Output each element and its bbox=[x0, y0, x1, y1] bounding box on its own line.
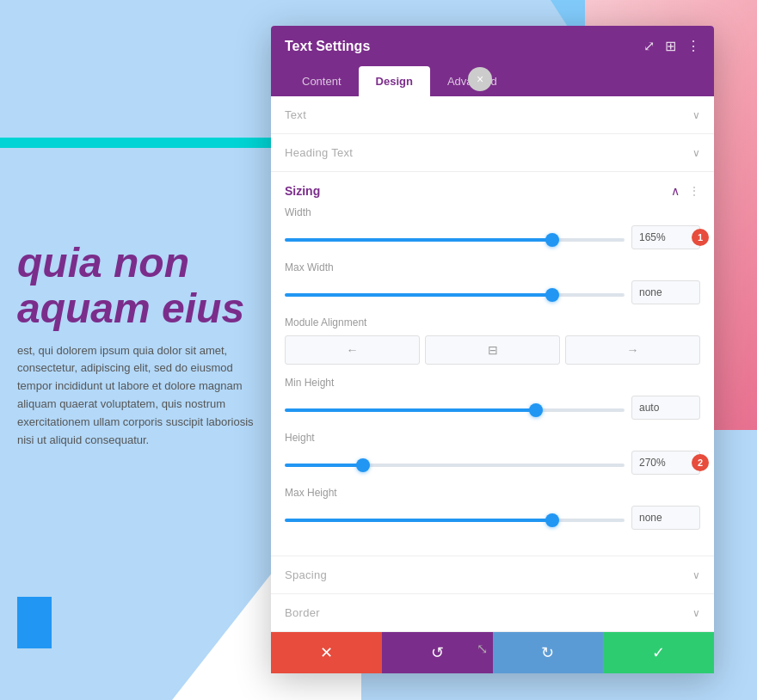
height-slider-wrap bbox=[285, 455, 625, 470]
heading-text-section-title: Heading Text bbox=[285, 146, 353, 159]
height-badge: 2 bbox=[692, 454, 709, 471]
close-button[interactable]: × bbox=[468, 67, 492, 91]
resize-handle[interactable]: ⤡ bbox=[471, 638, 492, 659]
teal-bar bbox=[0, 138, 275, 148]
panel-footer: ✕ ↺ ↻ ✓ bbox=[271, 632, 714, 673]
max-height-input-wrap bbox=[631, 506, 700, 530]
tab-content[interactable]: Content bbox=[285, 66, 359, 96]
border-section-title: Border bbox=[285, 606, 320, 619]
width-input[interactable] bbox=[631, 225, 700, 249]
max-height-field: Max Height bbox=[285, 487, 700, 530]
width-slider-wrap bbox=[285, 230, 625, 245]
width-slider[interactable] bbox=[285, 238, 625, 242]
max-width-input[interactable] bbox=[631, 280, 700, 304]
min-height-slider[interactable] bbox=[285, 408, 625, 412]
text-section-title: Text bbox=[285, 108, 306, 121]
blue-box bbox=[17, 597, 52, 648]
height-label: Height bbox=[285, 432, 700, 444]
resize-icon: ⤡ bbox=[477, 641, 488, 657]
min-height-input-wrap bbox=[631, 396, 700, 420]
tab-design[interactable]: Design bbox=[359, 66, 430, 96]
text-chevron: ∨ bbox=[692, 109, 700, 121]
panel-header-icons: ⤢ ⊞ ⋮ bbox=[643, 38, 700, 54]
redo-button[interactable]: ↻ bbox=[493, 632, 604, 673]
border-section-header[interactable]: Border ∨ bbox=[271, 594, 714, 632]
align-left-button[interactable]: ← bbox=[285, 335, 420, 365]
panel-body: Text ∨ Heading Text ∨ Sizing ∧ ⋮ Width bbox=[271, 96, 714, 632]
max-width-input-wrap bbox=[631, 280, 700, 304]
max-width-row bbox=[285, 280, 700, 304]
align-center-button[interactable]: ⊟ bbox=[425, 335, 560, 365]
sizing-title: Sizing bbox=[285, 184, 320, 198]
width-label: Width bbox=[285, 206, 700, 218]
columns-icon[interactable]: ⊞ bbox=[665, 38, 676, 54]
max-height-slider-wrap bbox=[285, 510, 625, 525]
min-height-label: Min Height bbox=[285, 377, 700, 389]
min-height-slider-wrap bbox=[285, 400, 625, 415]
cancel-button[interactable]: ✕ bbox=[271, 632, 382, 673]
width-row: 1 bbox=[285, 225, 700, 249]
max-height-slider[interactable] bbox=[285, 519, 625, 522]
sizing-section: Sizing ∧ ⋮ Width 1 bbox=[271, 172, 714, 556]
alignment-row: ← ⊟ → bbox=[285, 335, 700, 365]
max-width-slider[interactable] bbox=[285, 293, 625, 297]
min-height-field: Min Height bbox=[285, 377, 700, 420]
border-chevron: ∨ bbox=[692, 607, 700, 619]
max-height-input[interactable] bbox=[631, 506, 700, 530]
page-content: quia non aquam eius est, qui dolorem ips… bbox=[0, 241, 284, 449]
max-width-field: Max Width bbox=[285, 261, 700, 304]
width-badge: 1 bbox=[692, 229, 709, 246]
save-button[interactable]: ✓ bbox=[603, 632, 714, 673]
spacing-section-title: Spacing bbox=[285, 568, 327, 581]
expand-icon[interactable]: ⤢ bbox=[643, 38, 655, 54]
align-right-button[interactable]: → bbox=[565, 335, 700, 365]
module-alignment-field: Module Alignment ← ⊟ → bbox=[285, 316, 700, 365]
max-width-label: Max Width bbox=[285, 261, 700, 273]
page-heading: quia non aquam eius bbox=[17, 241, 267, 332]
sizing-header: Sizing ∧ ⋮ bbox=[285, 172, 700, 206]
heading-text-section-header[interactable]: Heading Text ∨ bbox=[271, 134, 714, 172]
panel-header: Text Settings ⤢ ⊞ ⋮ bbox=[271, 26, 714, 66]
min-height-input[interactable] bbox=[631, 396, 700, 420]
max-height-row bbox=[285, 506, 700, 530]
height-slider[interactable] bbox=[285, 464, 625, 467]
align-center-icon: ⊟ bbox=[488, 343, 498, 357]
sizing-chevron-up[interactable]: ∧ bbox=[671, 184, 680, 198]
height-input[interactable] bbox=[631, 451, 700, 475]
panel-title: Text Settings bbox=[285, 39, 370, 54]
panel-tabs: Content Design Advanced bbox=[271, 66, 714, 96]
heading-text-chevron: ∨ bbox=[692, 147, 700, 159]
width-field: Width 1 bbox=[285, 206, 700, 249]
module-alignment-label: Module Alignment bbox=[285, 316, 700, 329]
spacing-section-header[interactable]: Spacing ∨ bbox=[271, 556, 714, 594]
settings-panel: Text Settings ⤢ ⊞ ⋮ Content Design Advan… bbox=[271, 26, 714, 673]
width-input-wrap: 1 bbox=[631, 225, 700, 249]
max-width-slider-wrap bbox=[285, 285, 625, 300]
more-icon[interactable]: ⋮ bbox=[686, 38, 700, 54]
align-left-icon: ← bbox=[347, 343, 359, 357]
height-field: Height 2 bbox=[285, 432, 700, 475]
max-height-label: Max Height bbox=[285, 487, 700, 499]
height-input-wrap: 2 bbox=[631, 451, 700, 475]
height-row: 2 bbox=[285, 451, 700, 475]
sizing-header-icons: ∧ ⋮ bbox=[671, 184, 700, 198]
min-height-row bbox=[285, 396, 700, 420]
close-icon: × bbox=[477, 72, 483, 86]
text-section-header[interactable]: Text ∨ bbox=[271, 96, 714, 134]
spacing-chevron: ∨ bbox=[692, 569, 700, 581]
page-body: est, qui dolorem ipsum quia dolor sit am… bbox=[17, 342, 267, 450]
align-right-icon: → bbox=[627, 343, 639, 357]
sizing-more-icon[interactable]: ⋮ bbox=[688, 184, 700, 198]
